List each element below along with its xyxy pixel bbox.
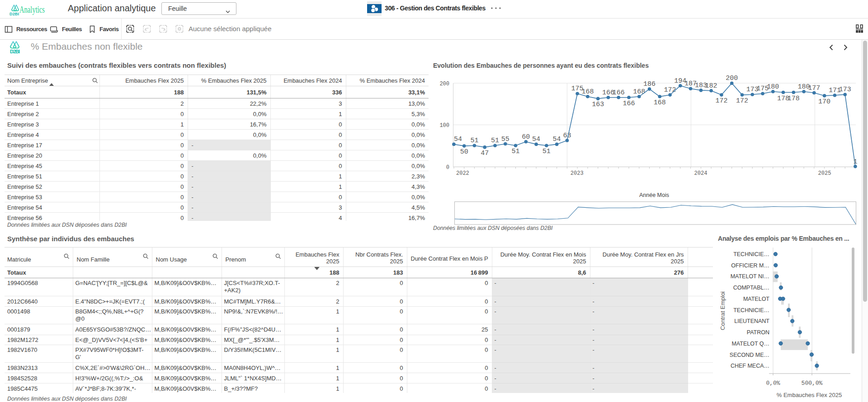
svg-text:TECHNICIE…: TECHNICIE…	[733, 251, 769, 257]
svg-text:PATRON: PATRON	[747, 329, 769, 336]
svg-text:MATELOT NI…: MATELOT NI…	[731, 273, 769, 280]
svg-text:2022: 2022	[456, 170, 469, 177]
svg-text:MATELOT: MATELOT	[743, 296, 769, 302]
svg-text:168: 168	[633, 88, 645, 96]
svg-text:D2BI: D2BI	[10, 49, 20, 54]
svg-text:51: 51	[511, 148, 519, 155]
svg-text:% Embauches Flex 2025: % Embauches Flex 2025	[777, 392, 842, 398]
svg-text:55: 55	[501, 136, 509, 143]
svg-text:47: 47	[481, 150, 489, 157]
svg-text:D2BI: D2BI	[9, 12, 19, 16]
svg-text:182: 182	[705, 82, 717, 90]
svg-text:180: 180	[767, 83, 779, 91]
svg-text:60: 60	[522, 133, 530, 141]
svg-text:177: 177	[808, 84, 820, 92]
svg-text:0: 0	[446, 164, 449, 171]
svg-text:54: 54	[454, 136, 462, 143]
svg-text:166: 166	[613, 89, 625, 97]
svg-text:200: 200	[439, 81, 449, 87]
svg-text:51: 51	[542, 148, 551, 155]
svg-text:172: 172	[664, 86, 676, 94]
svg-text:170: 170	[818, 98, 830, 106]
svg-text:200: 200	[726, 75, 738, 82]
svg-text:CHEF MECA…: CHEF MECA…	[731, 363, 769, 369]
svg-text:COMPTABL…: COMPTABL…	[733, 285, 769, 291]
svg-text:54: 54	[553, 136, 561, 143]
svg-text:54: 54	[532, 136, 540, 143]
svg-text:178: 178	[788, 95, 800, 103]
svg-text:Analytics: Analytics	[19, 5, 45, 15]
svg-text:OFFICIER M…: OFFICIER M…	[731, 262, 769, 269]
svg-text:51: 51	[470, 137, 478, 145]
svg-text:2024: 2024	[694, 170, 708, 177]
svg-text:172: 172	[736, 97, 748, 105]
svg-text:100: 100	[439, 122, 449, 129]
svg-text:MATELOT Q…: MATELOT Q…	[731, 341, 769, 347]
svg-text:Contrat Emploi: Contrat Emploi	[719, 291, 726, 330]
svg-text:166: 166	[623, 100, 635, 108]
svg-text:Année Mois: Année Mois	[639, 192, 669, 198]
svg-text:163: 163	[592, 101, 604, 108]
svg-text:LIEUTENANT: LIEUTENANT	[734, 318, 769, 324]
svg-text:63: 63	[563, 132, 571, 140]
svg-text:168: 168	[581, 88, 594, 96]
svg-text:186: 186	[643, 80, 656, 88]
svg-text:50: 50	[460, 148, 468, 156]
svg-text:2025: 2025	[818, 170, 831, 177]
svg-text:173: 173	[839, 86, 851, 93]
svg-text:500,0%: 500,0%	[802, 380, 823, 387]
svg-text:168: 168	[654, 99, 666, 107]
svg-text:51: 51	[491, 137, 499, 145]
svg-text:0,0%: 0,0%	[766, 380, 780, 387]
svg-text:SECOND ME…: SECOND ME…	[730, 352, 769, 358]
svg-text:2023: 2023	[571, 170, 584, 177]
svg-text:172: 172	[715, 97, 727, 105]
svg-text:TECHNICIE…: TECHNICIE…	[733, 307, 769, 313]
